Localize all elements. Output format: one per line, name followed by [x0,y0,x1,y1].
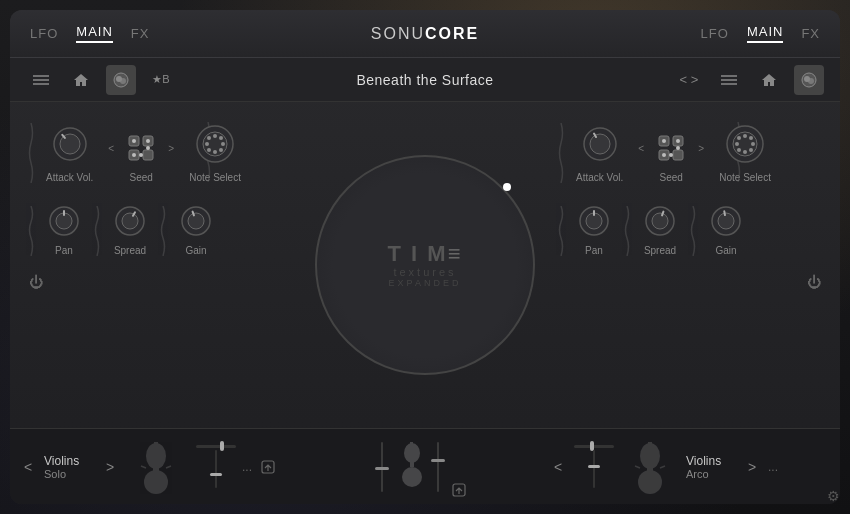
prev-next-arrows[interactable]: < > [674,65,704,95]
svg-point-63 [735,142,739,146]
right-row1: Attack Vol. < [556,114,824,187]
right-volume-slider[interactable] [574,445,614,488]
left-power-button[interactable]: ⏻ [26,272,46,292]
top-navigation: LFO MAIN FX SONUCORE LFO MAIN FX [10,10,840,58]
svg-point-29 [207,148,211,152]
left-attack-vol-group: Attack Vol. [46,122,93,183]
right-seed-prev[interactable]: < [633,140,649,156]
center-left-slider[interactable] [381,442,383,492]
svg-point-44 [590,134,610,154]
left-spread-group: Spread [112,203,148,256]
left-attack-vol-knob[interactable] [48,122,92,166]
brand-main-text: T I M≡ [388,242,463,266]
svg-point-76 [144,470,168,494]
main-circle[interactable]: T I M≡ textures EXPANDED [315,155,535,375]
center-right-slider[interactable] [437,442,439,492]
svg-point-53 [669,153,673,157]
right-instrument-dots[interactable]: ... [768,460,778,474]
svg-point-26 [207,136,211,140]
left-volume-slider[interactable] [196,445,236,488]
svg-rect-49 [673,150,683,160]
center-right-area [393,439,439,495]
left-spread-knob[interactable] [112,203,148,239]
left-attack-vol-label: Attack Vol. [46,172,93,183]
right-instr-prev[interactable]: < [548,457,568,477]
left-row1: Attack Vol. < [26,114,294,187]
right-note-select-knob[interactable] [723,122,767,166]
right-spread-label: Spread [644,245,676,256]
center-export-button[interactable] [449,480,469,500]
layers-icon-right[interactable] [794,65,824,95]
svg-point-50 [662,139,666,143]
left-tab-main[interactable]: MAIN [76,24,113,43]
right-power-row: ⏻ [556,268,824,296]
svg-point-69 [652,213,668,229]
right-attack-vol-knob[interactable] [578,122,622,166]
left-instrument-sub: Solo [44,468,66,480]
squig-decoration-right4 [688,206,698,256]
right-row2: Pan Spread [556,199,824,260]
toolbar-left: ★B [26,65,176,95]
menu-icon-right[interactable] [714,65,744,95]
left-note-select-group: Note Select [189,122,241,183]
right-attack-vol-label: Attack Vol. [576,172,623,183]
brand-logo-bold: CORE [425,25,479,42]
right-nav-group: LFO MAIN FX [701,24,820,43]
svg-line-73 [724,211,725,215]
left-tab-fx[interactable]: FX [131,26,150,41]
left-gain-label: Gain [185,245,206,256]
menu-icon-left[interactable] [26,65,56,95]
svg-point-11 [808,78,814,84]
right-tab-main[interactable]: MAIN [747,24,784,43]
left-instrument-dots[interactable]: ... [242,460,252,474]
svg-point-27 [213,134,217,138]
squig-decoration-right [556,123,566,183]
left-note-select-knob[interactable] [193,122,237,166]
squig-decoration-left4 [158,206,168,256]
home-icon-left[interactable] [66,65,96,95]
right-spread-knob[interactable] [642,203,678,239]
bookmark-btn[interactable]: ★B [146,65,176,95]
svg-rect-84 [410,442,413,447]
right-gain-knob[interactable] [708,203,744,239]
home-icon-right[interactable] [754,65,784,95]
layers-icon-left[interactable] [106,65,136,95]
left-gain-group: Gain [178,203,214,256]
squig-decoration-right3 [622,206,632,256]
left-instr-next[interactable]: > [100,457,120,477]
left-gain-knob[interactable] [178,203,214,239]
svg-point-19 [132,139,136,143]
right-panel: Attack Vol. < [540,102,840,428]
circle-ring: T I M≡ textures EXPANDED [315,155,535,375]
right-seed-nav: < [633,130,709,166]
right-instr-next[interactable]: > [742,457,762,477]
right-tab-fx[interactable]: FX [801,26,820,41]
right-tab-lfo[interactable]: LFO [701,26,729,41]
left-export-button[interactable] [258,457,278,477]
svg-point-59 [749,136,753,140]
svg-point-58 [743,134,747,138]
right-power-button[interactable]: ⏻ [804,272,824,292]
right-pan-knob[interactable] [576,203,612,239]
svg-point-61 [743,150,747,154]
left-instrument-slot: < Violins Solo > [10,429,310,504]
svg-point-32 [205,142,209,146]
left-pan-knob[interactable] [46,203,82,239]
left-seed-prev[interactable]: < [103,140,119,156]
svg-point-72 [718,213,734,229]
left-tab-lfo[interactable]: LFO [30,26,58,41]
left-violin-image [126,440,186,494]
squig-decoration-right2 [556,206,566,256]
center-violin-image [393,439,431,495]
left-instr-prev[interactable]: < [18,457,38,477]
right-seed-next[interactable]: > [693,140,709,156]
svg-point-21 [146,146,150,150]
svg-point-22 [139,153,143,157]
svg-point-38 [122,213,138,229]
gear-icon[interactable]: ⚙ [827,488,840,504]
left-seed-next[interactable]: > [163,140,179,156]
right-seed-icon[interactable] [653,130,689,166]
left-seed-icon[interactable] [123,130,159,166]
svg-line-42 [193,212,194,216]
svg-line-90 [635,466,640,468]
